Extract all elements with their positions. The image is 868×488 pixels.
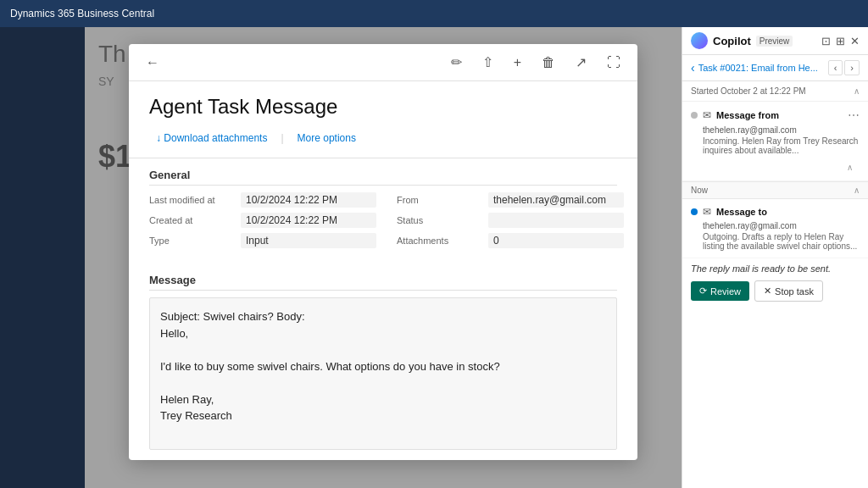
copilot-prev-button[interactable]: ‹: [828, 60, 843, 75]
copilot-msg1-envelope-icon: ✉: [703, 109, 711, 121]
copilot-next-button[interactable]: ›: [844, 60, 860, 75]
right-fields: From thehelen.ray@gmail.com Status Attac…: [397, 192, 624, 253]
general-form-grid: Last modified at 10/2/2024 12:22 PM Crea…: [149, 192, 617, 253]
copilot-back-button[interactable]: ‹: [691, 61, 695, 75]
copilot-msg2-header: ✉ Message to: [691, 206, 860, 218]
stop-icon: ✕: [764, 286, 771, 297]
modal-overlay: ← ✏ ⇧ + 🗑 ↗ ⛶ Agent Task Message ↓ Downl…: [85, 27, 682, 488]
copilot-msg1-more-button[interactable]: ⋯: [848, 108, 860, 122]
more-options-button[interactable]: More options: [291, 129, 363, 147]
copilot-nav-buttons: ‹ ›: [828, 60, 860, 75]
download-attachments-button[interactable]: ↓ Download attachments: [149, 129, 274, 147]
type-value: Input: [241, 233, 376, 248]
from-value: thehelen.ray@gmail.com: [488, 192, 624, 208]
top-bar: Dynamics 365 Business Central: [0, 0, 868, 27]
message-section-label: Message: [149, 274, 617, 291]
delete-button[interactable]: 🗑: [538, 52, 559, 74]
attachments-label: Attachments: [397, 236, 481, 246]
message-line2: [160, 341, 606, 358]
copilot-msg1-header: ✉ Message from ⋯: [691, 108, 860, 122]
copilot-logo: [691, 32, 708, 49]
agent-task-modal: ← ✏ ⇧ + 🗑 ↗ ⛶ Agent Task Message ↓ Downl…: [129, 44, 637, 460]
copilot-msg1-dot: [691, 112, 698, 119]
collapse-icon[interactable]: ∧: [854, 86, 860, 96]
message-line3: I'd like to buy some swivel chairs. What…: [160, 358, 606, 375]
copilot-started-text: Started October 2 at 12:22 PM ∧: [682, 81, 868, 102]
review-label: Review: [710, 286, 741, 297]
message-section: Message Subject: Swivel chairs? Body: He…: [129, 263, 637, 460]
general-section-label: General: [149, 169, 617, 186]
copilot-msg1-desc: Incoming. Helen Ray from Trey Research i…: [703, 136, 860, 155]
copilot-message-2: ✉ Message to thehelen.ray@gmail.com Outg…: [682, 199, 868, 258]
stop-label: Stop task: [775, 286, 814, 297]
created-label: Created at: [149, 215, 234, 225]
copilot-msg1-subtitle: thehelen.ray@gmail.com: [703, 125, 860, 135]
modal-header: Agent Task Message: [129, 81, 637, 125]
msg1-collapse-icon[interactable]: ∧: [847, 163, 853, 172]
copilot-task-bar: ‹ Task #0021: Email from He... ‹ ›: [682, 55, 868, 81]
attachments-value: 0: [488, 233, 624, 248]
add-button[interactable]: +: [510, 52, 525, 74]
started-label: Started October 2 at 12:22 PM: [691, 86, 806, 96]
copilot-title: Copilot: [713, 35, 751, 47]
copilot-msg2-envelope-icon: ✉: [703, 206, 711, 218]
message-line5: Helen Ray,: [160, 391, 606, 408]
copilot-msg2-dot: [691, 208, 698, 215]
copilot-msg2-desc: Outgoing. Drafts a reply to Helen Ray li…: [703, 232, 860, 251]
copilot-msg1-title: Message from: [716, 110, 779, 120]
status-value: [488, 213, 624, 228]
export-button[interactable]: ↗: [572, 51, 590, 74]
left-fields: Last modified at 10/2/2024 12:22 PM Crea…: [149, 192, 376, 253]
message-line4: [160, 374, 606, 391]
now-label: Now ∧: [682, 181, 868, 199]
modal-title: Agent Task Message: [149, 95, 617, 119]
copilot-message-1: ✉ Message from ⋯ thehelen.ray@gmail.com …: [682, 102, 868, 181]
copilot-preview-badge: Preview: [756, 36, 793, 47]
status-row: Status: [397, 213, 624, 228]
share-button[interactable]: ⇧: [479, 51, 497, 74]
copilot-task-title: Task #0021: Email from He...: [698, 63, 825, 73]
review-icon: ⟳: [699, 286, 707, 297]
stop-task-button[interactable]: ✕ Stop task: [754, 280, 823, 302]
attachments-row: Attachments 0: [397, 233, 624, 248]
message-line6: Trey Research: [160, 408, 606, 424]
copilot-panel: Copilot Preview ⊡ ⊞ ✕ ‹ Task #0021: Emai…: [682, 27, 868, 488]
now-collapse-icon[interactable]: ∧: [854, 186, 860, 195]
edit-button[interactable]: ✏: [448, 51, 465, 74]
main-layout: Th SY $1 ← ✏ ⇧ + 🗑 ↗ ⛶ Age: [0, 27, 868, 488]
type-label: Type: [149, 236, 234, 246]
created-value: 10/2/2024 12:22 PM: [241, 213, 376, 228]
message-subject: Subject: Swivel chairs? Body:: [160, 308, 606, 325]
last-modified-value: 10/2/2024 12:22 PM: [241, 192, 376, 208]
copilot-messages-list: ✉ Message from ⋯ thehelen.ray@gmail.com …: [682, 102, 868, 488]
copilot-msg2-subtitle: thehelen.ray@gmail.com: [703, 221, 860, 230]
review-button[interactable]: ⟳ Review: [691, 281, 749, 301]
modal-actions: ↓ Download attachments | More options: [129, 125, 637, 158]
copilot-icon-btn-2[interactable]: ⊞: [836, 35, 845, 47]
now-text: Now: [691, 186, 708, 195]
last-modified-label: Last modified at: [149, 195, 234, 205]
copilot-action-buttons: ⟳ Review ✕ Stop task: [682, 277, 868, 310]
modal-toolbar: ← ✏ ⇧ + 🗑 ↗ ⛶: [129, 44, 637, 81]
from-label: From: [397, 195, 481, 205]
actions-divider: |: [281, 132, 283, 144]
expand-button[interactable]: ⛶: [604, 52, 624, 74]
back-button[interactable]: ←: [142, 52, 163, 74]
center-area: Th SY $1 ← ✏ ⇧ + 🗑 ↗ ⛶ Age: [85, 27, 682, 488]
from-row: From thehelen.ray@gmail.com: [397, 192, 624, 208]
copilot-close-button[interactable]: ✕: [850, 35, 860, 47]
message-line1: Hello,: [160, 325, 606, 342]
created-row: Created at 10/2/2024 12:22 PM: [149, 213, 376, 228]
copilot-msg2-title: Message to: [716, 207, 767, 217]
copilot-header: Copilot Preview ⊡ ⊞ ✕: [682, 27, 868, 55]
last-modified-row: Last modified at 10/2/2024 12:22 PM: [149, 192, 376, 208]
left-sidebar: [0, 27, 85, 488]
status-label: Status: [397, 215, 481, 225]
message-box: Subject: Swivel chairs? Body: Hello, I'd…: [149, 297, 617, 450]
app-title: Dynamics 365 Business Central: [10, 8, 154, 19]
copilot-icon-btn-1[interactable]: ⊡: [821, 35, 831, 47]
type-row: Type Input: [149, 233, 376, 248]
ready-text: The reply mail is ready to be sent.: [682, 258, 868, 277]
general-section: General Last modified at 10/2/2024 12:22…: [129, 158, 637, 263]
copilot-header-icons: ⊡ ⊞ ✕: [821, 35, 860, 47]
